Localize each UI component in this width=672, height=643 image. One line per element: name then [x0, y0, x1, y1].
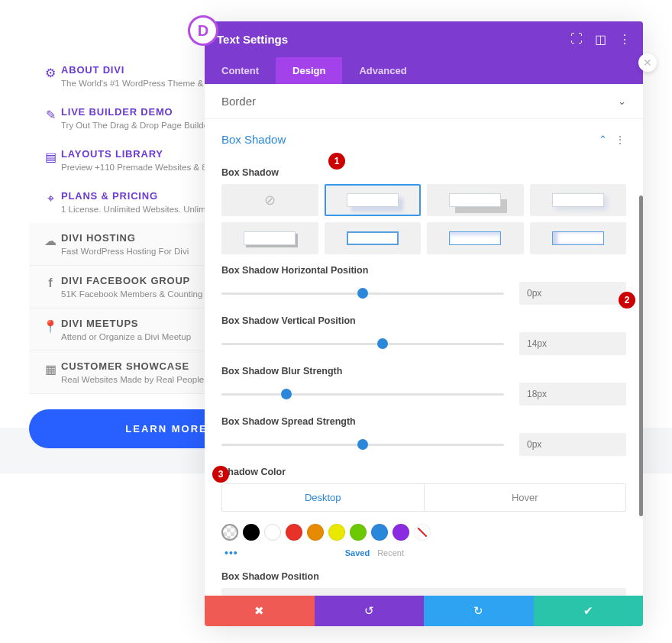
swatch-white[interactable]: [264, 524, 281, 541]
section-label: Border: [221, 95, 256, 108]
settings-modal: Text Settings ⛶ ◫ ⋮ Content Design Advan…: [205, 21, 643, 626]
shadow-tab-desktop[interactable]: Desktop: [222, 484, 425, 511]
cancel-button[interactable]: ✖: [205, 596, 315, 626]
slider-spread[interactable]: [221, 444, 504, 446]
modal-header: Text Settings ⛶ ◫ ⋮ Content Design Advan…: [205, 21, 643, 84]
preset-2[interactable]: [427, 184, 524, 216]
preset-3[interactable]: [530, 184, 627, 216]
gear-icon: ⚙: [40, 64, 61, 88]
preset-5[interactable]: [325, 222, 422, 254]
tab-advanced[interactable]: Advanced: [342, 57, 423, 84]
slider-label-vert: Box Shadow Vertical Position: [221, 315, 626, 326]
scrollbar[interactable]: [639, 195, 643, 516]
sidebar-sub: Attend or Organize a Divi Meetup: [61, 332, 191, 341]
slider-label-spread: Box Shadow Spread Strength: [221, 416, 626, 427]
shadow-color-label: Shadow Color: [221, 467, 626, 477]
kebab-menu-icon[interactable]: ⋮: [615, 134, 626, 146]
box-shadow-label: Box Shadow: [221, 167, 626, 178]
swatch-green[interactable]: [350, 524, 367, 541]
sidebar-sub: Fast WordPress Hosting For Divi: [61, 247, 189, 256]
close-icon: ✖: [254, 604, 264, 618]
slider-blur[interactable]: [221, 393, 504, 396]
section-label: Box Shadow: [221, 133, 286, 146]
kebab-menu-icon[interactable]: ⋮: [619, 32, 631, 47]
expand-icon[interactable]: ⛶: [570, 32, 583, 47]
shadow-presets: [221, 184, 626, 254]
section-box-shadow[interactable]: Box Shadow ⌃ ⋮: [205, 119, 643, 157]
save-button[interactable]: ✔: [534, 596, 644, 626]
preset-none[interactable]: [221, 184, 318, 216]
check-icon: ✔: [583, 604, 593, 618]
swatch-black[interactable]: [243, 524, 260, 541]
preset-1[interactable]: [325, 184, 422, 216]
swatch-none[interactable]: [414, 524, 431, 541]
sidebar-sub: 51K Facebook Members & Counting: [61, 289, 202, 299]
sidebar-title: CUSTOMER SHOWCASE: [61, 360, 204, 372]
redo-icon: ↻: [473, 604, 483, 618]
shadow-position-select[interactable]: Outer Shadow ⇅: [221, 588, 626, 596]
server-icon: ☁: [40, 232, 61, 256]
slider-label-blur: Box Shadow Blur Strength: [221, 366, 626, 376]
swatch-purple[interactable]: [393, 524, 409, 541]
sidebar-title: DIVI FACEBOOK GROUP: [61, 275, 202, 286]
chevron-down-icon: ⌄: [618, 95, 626, 107]
swatch-transparent[interactable]: [221, 524, 238, 541]
modal-title: Text Settings: [217, 33, 288, 46]
slider-vert[interactable]: [221, 343, 504, 345]
tag-icon: ⌖: [40, 190, 61, 214]
callout-badge-1: 1: [328, 153, 345, 170]
pin-icon: 📍: [40, 318, 61, 341]
close-icon[interactable]: ✕: [638, 53, 657, 72]
facebook-icon: f: [40, 275, 61, 299]
pencil-square-icon: ✎: [40, 106, 61, 130]
callout-badge-3: 3: [212, 466, 229, 483]
redo-button[interactable]: ↻: [424, 596, 534, 626]
more-swatches-icon[interactable]: •••: [225, 547, 238, 559]
modal-tabs: Content Design Advanced: [205, 57, 643, 84]
slider-vert-value[interactable]: 14px: [519, 332, 626, 355]
preset-6[interactable]: [427, 222, 524, 254]
section-border[interactable]: Border ⌄: [205, 84, 643, 119]
callout-badge-2: 2: [619, 292, 635, 309]
swatch-red[interactable]: [286, 524, 302, 541]
modal-body: Border ⌄ Box Shadow ⌃ ⋮ Box Shadow: [205, 84, 643, 596]
sidebar-title: DIVI HOSTING: [61, 232, 189, 244]
slider-spread-value[interactable]: 0px: [519, 433, 626, 456]
tab-content[interactable]: Content: [205, 57, 276, 84]
grid-icon: ▦: [40, 360, 61, 384]
sidebar-sub: Real Websites Made by Real People: [61, 375, 204, 384]
undo-button[interactable]: ↺: [315, 596, 425, 626]
recent-label[interactable]: Recent: [377, 548, 404, 557]
sidebar-title: DIVI MEETUPS: [61, 318, 191, 329]
panel-icon[interactable]: ◫: [595, 32, 606, 47]
slider-blur-value[interactable]: 18px: [519, 383, 626, 406]
swatch-orange[interactable]: [307, 524, 324, 541]
swatch-yellow[interactable]: [328, 524, 345, 541]
divi-logo-icon: D: [188, 15, 218, 46]
preset-7[interactable]: [530, 222, 627, 254]
shadow-position-label: Box Shadow Position: [221, 571, 626, 582]
slider-label-horiz: Box Shadow Horizontal Position: [221, 265, 626, 276]
swatch-blue[interactable]: [371, 524, 388, 541]
shadow-tab-hover[interactable]: Hover: [425, 484, 626, 511]
undo-icon: ↺: [364, 604, 374, 618]
document-icon: ▤: [40, 148, 61, 172]
preset-4[interactable]: [221, 222, 318, 254]
tab-design[interactable]: Design: [276, 57, 342, 84]
slider-horiz[interactable]: [221, 292, 504, 295]
modal-footer: ✖ ↺ ↻ ✔: [205, 596, 643, 626]
saved-label[interactable]: Saved: [345, 548, 370, 557]
color-swatches: [221, 524, 626, 541]
slider-horiz-value[interactable]: 0px: [519, 282, 626, 305]
shadow-color-tabs: Desktop Hover: [221, 483, 626, 512]
chevron-up-icon: ⌃: [599, 134, 607, 145]
